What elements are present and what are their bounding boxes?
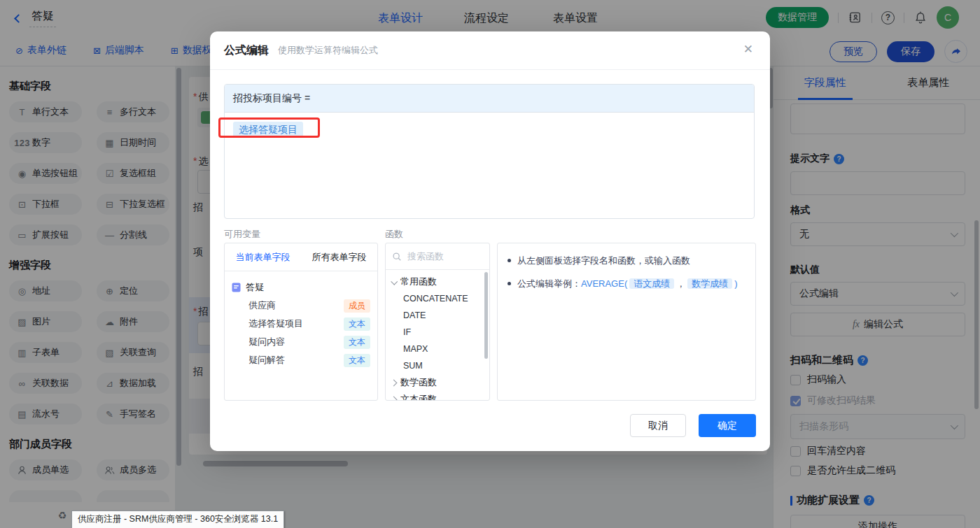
caret-right-icon bbox=[391, 379, 398, 386]
variable-item[interactable]: 疑问内容 文本 bbox=[232, 333, 370, 351]
function-group-text[interactable]: 文本函数 bbox=[386, 391, 489, 401]
search-icon bbox=[392, 252, 402, 262]
caret-right-icon bbox=[391, 396, 398, 401]
caret-down-icon bbox=[391, 278, 398, 285]
formula-edit-dialog: 公式编辑 使用数学运算符编辑公式 ✕ 招投标项目编号 = 选择答疑项目 可用变量… bbox=[210, 31, 770, 451]
function-item[interactable]: CONCATENATE bbox=[386, 290, 489, 307]
bullet-icon bbox=[507, 282, 511, 285]
dialog-title: 公式编辑 bbox=[224, 43, 269, 58]
function-item[interactable]: MAPX bbox=[386, 341, 489, 357]
function-search-input[interactable] bbox=[406, 250, 476, 262]
help-tip: 从左侧面板选择字段名和函数，或输入函数 bbox=[517, 253, 690, 268]
tab-current-form-fields[interactable]: 当前表单字段 bbox=[225, 243, 301, 271]
functions-label: 函数 bbox=[385, 228, 403, 241]
type-badge-text: 文本 bbox=[344, 317, 370, 331]
function-group-common[interactable]: 常用函数 bbox=[386, 273, 489, 290]
type-badge-text: 文本 bbox=[344, 336, 370, 349]
variables-panel: 当前表单字段 所有表单字段 答疑 供应商 成员 选择答疑项目 文本 疑问内容 bbox=[224, 243, 378, 401]
functions-panel: 常用函数 CONCATENATE DATE IF MAPX SUM 数学函数 文… bbox=[385, 243, 490, 401]
function-item[interactable]: DATE bbox=[386, 307, 489, 324]
formula-input-area[interactable]: 选择答疑项目 bbox=[225, 113, 754, 146]
functions-scrollbar[interactable] bbox=[484, 272, 488, 359]
example-field-chip: 数学成绩 bbox=[687, 278, 732, 289]
variable-item[interactable]: 供应商 成员 bbox=[232, 297, 370, 315]
type-badge-text: 文本 bbox=[344, 354, 370, 367]
function-group-math[interactable]: 数学函数 bbox=[386, 374, 489, 391]
dialog-subtitle: 使用数学运算符编辑公式 bbox=[278, 44, 378, 57]
variable-item[interactable]: 疑问解答 文本 bbox=[232, 351, 370, 369]
confirm-button[interactable]: 确定 bbox=[699, 414, 756, 437]
browser-title-tooltip: 供应商注册 - SRM供应商管理 - 360安全浏览器 13.1 bbox=[71, 511, 284, 528]
function-search[interactable] bbox=[386, 243, 489, 270]
close-icon[interactable]: ✕ bbox=[743, 43, 753, 55]
bullet-icon bbox=[507, 259, 511, 262]
example-field-chip: 语文成绩 bbox=[629, 278, 674, 289]
variable-item[interactable]: 选择答疑项目 文本 bbox=[232, 315, 370, 333]
formula-target: 招投标项目编号 = bbox=[225, 85, 754, 113]
type-badge-member: 成员 bbox=[344, 299, 370, 313]
function-item[interactable]: IF bbox=[386, 324, 489, 341]
variables-label: 可用变量 bbox=[224, 228, 260, 241]
formula-editor: 招投标项目编号 = 选择答疑项目 bbox=[224, 84, 755, 219]
help-example: 公式编辑举例：AVERAGE(语文成绩，数学成绩) bbox=[517, 276, 738, 291]
form-tree-root[interactable]: 答疑 bbox=[232, 278, 370, 297]
app-window: 答疑 表单设计 流程设定 表单设置 数据管理 ? C ⊘ 表单外链 bbox=[0, 0, 980, 528]
formula-help-panel: 从左侧面板选择字段名和函数，或输入函数 公式编辑举例：AVERAGE(语文成绩，… bbox=[497, 243, 756, 401]
function-item[interactable]: SUM bbox=[386, 357, 489, 374]
tab-all-form-fields[interactable]: 所有表单字段 bbox=[301, 243, 377, 271]
form-doc-icon bbox=[232, 283, 241, 292]
formula-field-chip[interactable]: 选择答疑项目 bbox=[233, 122, 303, 137]
cancel-button[interactable]: 取消 bbox=[630, 414, 686, 437]
